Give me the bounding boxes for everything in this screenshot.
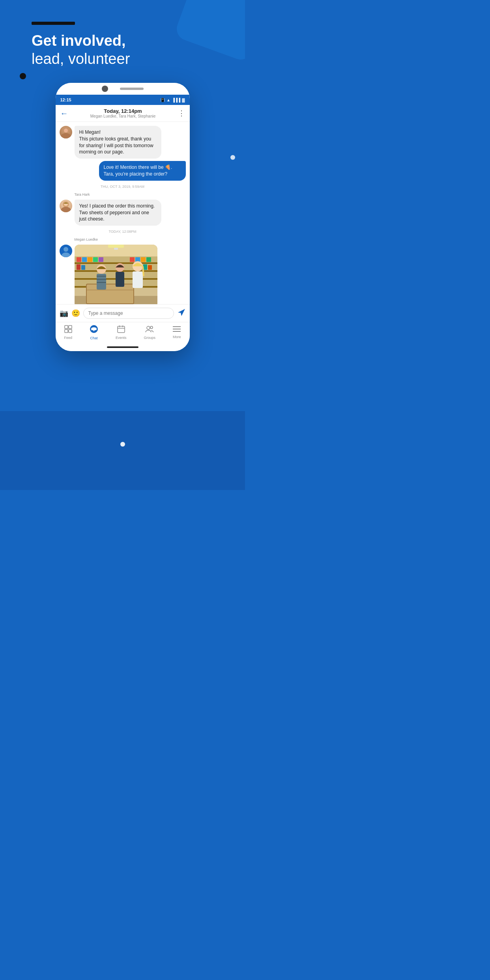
vibrate-icon: 📳: [160, 98, 165, 102]
more-icon: [173, 326, 181, 334]
status-time: 12:15: [60, 97, 71, 102]
message-bubble: Love it! Mention there will be 🍕. Tara, …: [99, 161, 186, 181]
svg-rect-32: [86, 284, 134, 304]
message-row: Yes! I placed the order this morning. Tw…: [60, 200, 186, 226]
send-button[interactable]: [177, 308, 186, 319]
avatar: [60, 126, 72, 138]
chat-header-time: Today, 12:14pm: [68, 108, 178, 114]
more-options-button[interactable]: ⋮: [178, 109, 185, 118]
chat-participants: Megan Luedke, Tara Hark, Stephanie: [68, 114, 178, 118]
nav-label-feed: Feed: [64, 336, 72, 340]
messages-area: Hi Megan!This picture looks great, thank…: [56, 122, 190, 304]
svg-rect-30: [148, 265, 152, 270]
message-row-image: [60, 245, 186, 304]
header-section: Get involved, lead, volunteer: [32, 22, 229, 68]
signal-icon: ▐▐▐: [172, 98, 180, 102]
svg-point-2: [64, 129, 68, 133]
home-indicator: [107, 346, 138, 348]
phone-bottom: [56, 343, 190, 351]
status-icons: 📳 ▲ ▐▐▐ ▓: [160, 98, 185, 102]
message-bubble: Yes! I placed the order this morning. Tw…: [75, 200, 161, 226]
nav-label-groups: Groups: [144, 336, 155, 340]
svg-rect-24: [146, 257, 151, 262]
timestamp: TODAY, 12:08PM: [60, 230, 186, 234]
chat-icon: [90, 325, 98, 335]
svg-point-7: [64, 247, 68, 252]
svg-rect-40: [116, 272, 124, 287]
svg-rect-47: [65, 329, 68, 333]
phone-notch: [56, 83, 190, 95]
events-icon: [117, 325, 125, 335]
image-message: [75, 245, 157, 304]
sender-name: Tara Hark: [75, 193, 186, 196]
message-input[interactable]: [83, 308, 174, 319]
svg-point-4: [61, 207, 71, 212]
svg-rect-25: [77, 264, 80, 270]
svg-rect-23: [141, 257, 146, 262]
status-bar: 12:15 📳 ▲ ▐▐▐ ▓: [56, 95, 190, 105]
bg-decoration-bottom: [0, 411, 245, 490]
camera-icon[interactable]: 📷: [60, 309, 68, 318]
header-bar: [32, 22, 75, 25]
svg-rect-17: [82, 257, 87, 262]
nav-label-more: More: [173, 335, 181, 339]
svg-rect-20: [99, 257, 103, 262]
svg-rect-43: [108, 245, 124, 248]
svg-rect-13: [75, 270, 157, 272]
svg-rect-42: [133, 271, 143, 288]
header-title: Get involved, lead, volunteer: [32, 32, 229, 68]
chat-header: ← Today, 12:14pm Megan Luedke, Tara Hark…: [56, 105, 190, 122]
svg-point-54: [147, 326, 150, 329]
message-row: Love it! Mention there will be 🍕. Tara, …: [60, 161, 186, 181]
back-button[interactable]: ←: [60, 109, 68, 118]
message-bubble: Hi Megan!This picture looks great, thank…: [75, 126, 161, 159]
svg-rect-46: [69, 325, 72, 329]
message-row: Hi Megan!This picture looks great, thank…: [60, 126, 186, 159]
dot-decoration-left: [20, 73, 26, 79]
nav-item-more[interactable]: More: [173, 326, 181, 339]
input-area: 📷 🙂: [56, 304, 190, 322]
wifi-icon: ▲: [166, 98, 170, 102]
nav-label-events: Events: [116, 336, 127, 340]
battery-icon: ▓: [182, 98, 185, 102]
nav-item-chat[interactable]: Chat: [90, 325, 98, 340]
emoji-icon[interactable]: 🙂: [71, 309, 80, 318]
dot-decoration-right: [230, 155, 235, 160]
svg-rect-16: [77, 257, 81, 262]
dot-decoration-bottom: [120, 442, 125, 447]
svg-rect-21: [130, 257, 135, 262]
svg-rect-18: [88, 257, 92, 262]
nav-item-feed[interactable]: Feed: [64, 325, 72, 340]
svg-rect-26: [81, 265, 85, 270]
svg-rect-50: [118, 326, 125, 333]
phone-mockup: 12:15 📳 ▲ ▐▐▐ ▓ ← Today, 12:14pm Megan L…: [56, 83, 190, 351]
svg-rect-45: [65, 325, 68, 329]
timestamp: THU, OCT 3, 2019, 9:59AM: [60, 185, 186, 189]
feed-icon: [64, 325, 72, 335]
avatar: [60, 245, 72, 257]
svg-rect-44: [114, 248, 118, 250]
groups-icon: [145, 325, 154, 335]
sender-name: Megan Luedke: [75, 238, 186, 241]
phone-speaker: [120, 88, 144, 90]
svg-rect-48: [69, 329, 72, 333]
nav-label-chat: Chat: [90, 336, 97, 340]
svg-rect-12: [75, 262, 157, 264]
phone-camera: [102, 86, 108, 92]
avatar: [60, 200, 72, 212]
svg-point-55: [150, 326, 153, 329]
svg-point-1: [61, 133, 71, 138]
svg-rect-19: [93, 257, 98, 262]
nav-item-groups[interactable]: Groups: [144, 325, 155, 340]
nav-item-events[interactable]: Events: [116, 325, 127, 340]
bottom-nav: Feed Chat Events: [56, 322, 190, 343]
chat-header-info: Today, 12:14pm Megan Luedke, Tara Hark, …: [68, 108, 178, 118]
